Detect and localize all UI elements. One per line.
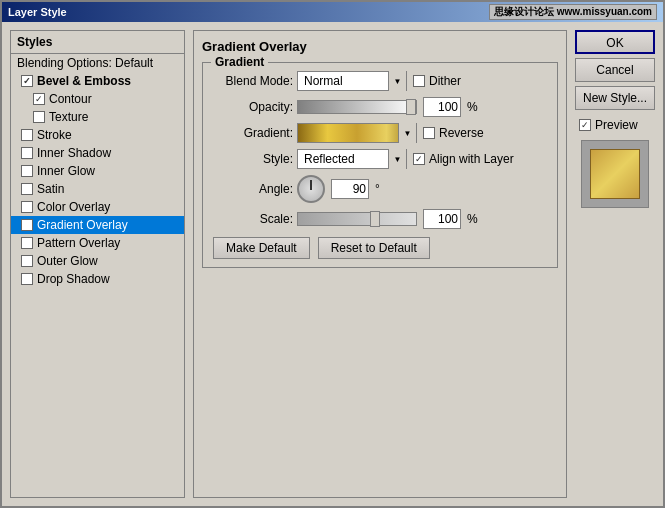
make-default-button[interactable]: Make Default bbox=[213, 237, 310, 259]
dither-checkbox[interactable] bbox=[413, 75, 425, 87]
title-bar-left: Layer Style bbox=[8, 6, 67, 18]
inner-shadow-checkbox[interactable] bbox=[21, 147, 33, 159]
blend-mode-arrow-icon[interactable]: ▼ bbox=[388, 71, 406, 91]
drop-shadow-checkbox[interactable] bbox=[21, 273, 33, 285]
style-dropdown[interactable]: Reflected ▼ bbox=[297, 149, 407, 169]
satin-checkbox[interactable] bbox=[21, 183, 33, 195]
preview-image bbox=[590, 149, 640, 199]
sidebar-item-stroke[interactable]: Stroke bbox=[11, 126, 184, 144]
style-arrow-icon[interactable]: ▼ bbox=[388, 149, 406, 169]
opacity-control: 100 % bbox=[297, 97, 478, 117]
opacity-input[interactable]: 100 bbox=[423, 97, 461, 117]
sidebar-item-outer-glow-label: Outer Glow bbox=[37, 254, 98, 268]
scale-input[interactable]: 100 bbox=[423, 209, 461, 229]
sidebar-item-inner-shadow-label: Inner Shadow bbox=[37, 146, 111, 160]
outer-glow-checkbox[interactable] bbox=[21, 255, 33, 267]
gradient-overlay-checkbox[interactable]: ✓ bbox=[21, 219, 33, 231]
angle-input[interactable]: 90 bbox=[331, 179, 369, 199]
gradient-picker[interactable]: ▼ bbox=[297, 123, 417, 143]
layer-style-dialog: Layer Style 思缘设计论坛 www.missyuan.com Styl… bbox=[0, 0, 665, 508]
reset-to-default-button[interactable]: Reset to Default bbox=[318, 237, 430, 259]
sidebar: Styles Blending Options: Default ✓ Bevel… bbox=[10, 30, 185, 498]
gradient-group: Gradient Blend Mode: Normal ▼ Dither bbox=[202, 62, 558, 268]
reverse-checkbox[interactable] bbox=[423, 127, 435, 139]
title-watermark-right: 思缘设计论坛 www.missyuan.com bbox=[494, 6, 652, 17]
style-row: Style: Reflected ▼ ✓ Align with Layer bbox=[213, 149, 547, 169]
scale-row: Scale: 100 % bbox=[213, 209, 547, 229]
sidebar-item-blending[interactable]: Blending Options: Default bbox=[11, 54, 184, 72]
color-overlay-checkbox[interactable] bbox=[21, 201, 33, 213]
angle-row: Angle: 90 ° bbox=[213, 175, 547, 203]
reverse-text: Reverse bbox=[439, 126, 484, 140]
contour-checkbox[interactable]: ✓ bbox=[33, 93, 45, 105]
align-with-layer-label[interactable]: ✓ Align with Layer bbox=[413, 152, 514, 166]
blend-mode-label: Blend Mode: bbox=[213, 74, 293, 88]
gradient-arrow-icon[interactable]: ▼ bbox=[398, 123, 416, 143]
sidebar-item-texture[interactable]: Texture bbox=[11, 108, 184, 126]
reverse-label[interactable]: Reverse bbox=[423, 126, 484, 140]
opacity-label: Opacity: bbox=[213, 100, 293, 114]
cancel-button[interactable]: Cancel bbox=[575, 58, 655, 82]
panel-title: Gradient Overlay bbox=[202, 39, 558, 54]
sidebar-item-bevel-emboss[interactable]: ✓ Bevel & Emboss bbox=[11, 72, 184, 90]
sidebar-item-drop-shadow-label: Drop Shadow bbox=[37, 272, 110, 286]
sidebar-item-color-overlay-label: Color Overlay bbox=[37, 200, 110, 214]
style-control: Reflected ▼ ✓ Align with Layer bbox=[297, 149, 514, 169]
stroke-checkbox[interactable] bbox=[21, 129, 33, 141]
sidebar-item-gradient-overlay-label: Gradient Overlay bbox=[37, 218, 128, 232]
blend-mode-value: Normal bbox=[298, 74, 388, 88]
style-label: Style: bbox=[213, 152, 293, 166]
sidebar-item-gradient-overlay[interactable]: ✓ Gradient Overlay bbox=[11, 216, 184, 234]
sidebar-item-inner-glow[interactable]: Inner Glow bbox=[11, 162, 184, 180]
sidebar-item-contour[interactable]: ✓ Contour bbox=[11, 90, 184, 108]
sidebar-item-inner-shadow[interactable]: Inner Shadow bbox=[11, 144, 184, 162]
ok-button[interactable]: OK bbox=[575, 30, 655, 54]
sidebar-item-pattern-overlay-label: Pattern Overlay bbox=[37, 236, 120, 250]
opacity-slider[interactable] bbox=[297, 100, 417, 114]
sidebar-item-pattern-overlay[interactable]: Pattern Overlay bbox=[11, 234, 184, 252]
gradient-label: Gradient: bbox=[213, 126, 293, 140]
sidebar-item-drop-shadow[interactable]: Drop Shadow bbox=[11, 270, 184, 288]
sidebar-item-texture-label: Texture bbox=[49, 110, 88, 124]
dither-label[interactable]: Dither bbox=[413, 74, 461, 88]
angle-label: Angle: bbox=[213, 182, 293, 196]
right-panel: OK Cancel New Style... ✓ Preview bbox=[575, 30, 655, 498]
inner-glow-checkbox[interactable] bbox=[21, 165, 33, 177]
sidebar-header-label: Styles bbox=[17, 35, 52, 49]
sidebar-item-outer-glow[interactable]: Outer Glow bbox=[11, 252, 184, 270]
preview-box bbox=[581, 140, 649, 208]
new-style-button[interactable]: New Style... bbox=[575, 86, 655, 110]
scale-unit: % bbox=[467, 212, 478, 226]
sidebar-item-satin[interactable]: Satin bbox=[11, 180, 184, 198]
sidebar-item-contour-label: Contour bbox=[49, 92, 92, 106]
pattern-overlay-checkbox[interactable] bbox=[21, 237, 33, 249]
angle-line bbox=[310, 180, 312, 190]
scale-slider[interactable] bbox=[297, 212, 417, 226]
angle-dial[interactable] bbox=[297, 175, 325, 203]
opacity-row: Opacity: 100 % bbox=[213, 97, 547, 117]
sidebar-item-satin-label: Satin bbox=[37, 182, 64, 196]
window-title: Layer Style bbox=[8, 6, 67, 18]
preview-text: Preview bbox=[595, 118, 638, 132]
sidebar-item-color-overlay[interactable]: Color Overlay bbox=[11, 198, 184, 216]
preview-label[interactable]: ✓ Preview bbox=[575, 118, 655, 132]
sidebar-item-bevel-emboss-label: Bevel & Emboss bbox=[37, 74, 131, 88]
window-content: Styles Blending Options: Default ✓ Bevel… bbox=[2, 22, 663, 506]
preview-checkbox[interactable]: ✓ bbox=[579, 119, 591, 131]
align-with-layer-checkbox[interactable]: ✓ bbox=[413, 153, 425, 165]
bottom-buttons: Make Default Reset to Default bbox=[213, 237, 547, 259]
dither-text: Dither bbox=[429, 74, 461, 88]
texture-checkbox[interactable] bbox=[33, 111, 45, 123]
sidebar-item-inner-glow-label: Inner Glow bbox=[37, 164, 95, 178]
blend-mode-row: Blend Mode: Normal ▼ Dither bbox=[213, 71, 547, 91]
style-value: Reflected bbox=[298, 152, 388, 166]
scale-control: 100 % bbox=[297, 209, 478, 229]
align-with-layer-text: Align with Layer bbox=[429, 152, 514, 166]
title-bar-right: 思缘设计论坛 www.missyuan.com bbox=[489, 4, 657, 20]
bevel-emboss-checkbox[interactable]: ✓ bbox=[21, 75, 33, 87]
scale-label: Scale: bbox=[213, 212, 293, 226]
sidebar-header: Styles bbox=[11, 31, 184, 54]
gradient-control: ▼ Reverse bbox=[297, 123, 484, 143]
blend-mode-dropdown[interactable]: Normal ▼ bbox=[297, 71, 407, 91]
gradient-row: Gradient: ▼ Reverse bbox=[213, 123, 547, 143]
